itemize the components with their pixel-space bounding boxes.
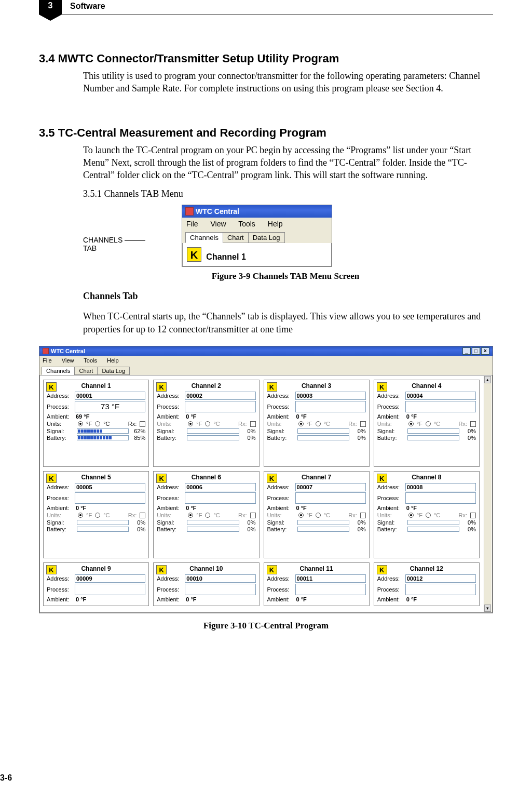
process-label: Process:: [157, 586, 185, 593]
units-label: Units:: [377, 421, 405, 427]
battery-label: Battery:: [47, 526, 75, 532]
ambient-value: 0 °F: [296, 596, 307, 602]
rx-checkbox[interactable]: [470, 513, 476, 518]
rx-label: Rx:: [238, 512, 247, 518]
process-label: Process:: [157, 495, 185, 501]
battery-label: Battery:: [267, 435, 295, 441]
channel-card: KChannel 9Address:00009Process:Ambient:0…: [43, 562, 149, 606]
tab-chart[interactable]: Chart: [223, 232, 249, 243]
units-label: Units:: [157, 421, 185, 427]
tab-channels[interactable]: Channels: [185, 232, 223, 243]
rx-checkbox[interactable]: [360, 421, 366, 427]
maximize-button[interactable]: □: [472, 347, 480, 355]
rx-checkbox[interactable]: [360, 513, 366, 518]
address-value: 00002: [185, 392, 255, 400]
radio-degf[interactable]: [188, 513, 193, 518]
degf-label: °F: [86, 512, 92, 518]
tab-chart[interactable]: Chart: [74, 367, 98, 375]
channels-tab-callout: CHANNELS TAB: [83, 236, 151, 252]
chapter-number-tab: 3: [39, 0, 62, 15]
channel-name: Channel 2: [192, 382, 221, 390]
signal-bar: [77, 520, 129, 525]
channel-card: KChannel 8Address:00008Process:Ambient:0…: [374, 471, 480, 558]
thermocouple-type-icon: K: [46, 565, 57, 574]
radio-degf[interactable]: [78, 421, 83, 426]
process-label: Process:: [157, 404, 185, 410]
channels-grid: ▴ ▾ KChannel 1Address:00001Process:73 °F…: [39, 375, 493, 613]
battery-pct: 0%: [241, 435, 256, 441]
channel-card: KChannel 1Address:00001Process:73 °FAmbi…: [43, 380, 149, 467]
scroll-down-icon[interactable]: ▾: [484, 605, 491, 612]
address-value: 00012: [405, 574, 476, 583]
menu-view[interactable]: View: [62, 357, 74, 364]
radio-degc[interactable]: [426, 421, 431, 426]
radio-degf[interactable]: [298, 513, 304, 518]
signal-label: Signal:: [157, 519, 185, 526]
signal-bar: [187, 428, 239, 434]
radio-degc[interactable]: [95, 513, 100, 518]
address-value: 00010: [185, 574, 255, 583]
minimize-button[interactable]: _: [462, 347, 471, 355]
page-number: 3-6: [0, 773, 12, 783]
radio-degf[interactable]: [78, 513, 83, 518]
menu-tools[interactable]: Tools: [238, 220, 255, 228]
process-label: Process:: [47, 404, 75, 410]
degc-label: °C: [434, 421, 440, 427]
ambient-value: 0 °F: [406, 505, 417, 511]
radio-degc[interactable]: [205, 513, 210, 518]
menu-help[interactable]: Help: [107, 357, 119, 364]
channel-name: Channel 7: [302, 474, 331, 481]
radio-degc[interactable]: [95, 421, 100, 426]
signal-pct: 0%: [461, 519, 476, 526]
close-button[interactable]: ×: [481, 347, 489, 355]
scroll-up-icon[interactable]: ▴: [484, 376, 491, 383]
ambient-label: Ambient:: [157, 505, 185, 511]
units-label: Units:: [157, 512, 185, 518]
scrollbar[interactable]: ▴ ▾: [484, 376, 492, 612]
rx-checkbox[interactable]: [250, 421, 256, 427]
menu-file[interactable]: File: [186, 220, 198, 228]
radio-degf[interactable]: [188, 421, 193, 426]
radio-degc[interactable]: [426, 513, 431, 518]
titlebar: WTC Central _ □ ×: [39, 346, 493, 356]
address-value: 00003: [295, 392, 366, 400]
tab-channels[interactable]: Channels: [42, 367, 75, 375]
radio-degc[interactable]: [205, 421, 210, 426]
radio-degc[interactable]: [316, 421, 321, 426]
channel-name: Channel 3: [302, 382, 331, 390]
app-icon: [185, 207, 194, 216]
thermocouple-type-icon: K: [156, 474, 167, 483]
radio-degf[interactable]: [408, 513, 414, 518]
address-value: 00008: [405, 483, 476, 491]
rx-checkbox[interactable]: [140, 421, 145, 427]
tab-datalog[interactable]: Data Log: [97, 367, 130, 375]
radio-degf[interactable]: [298, 421, 304, 426]
rx-checkbox[interactable]: [140, 513, 145, 518]
tab-datalog[interactable]: Data Log: [248, 232, 285, 243]
radio-degf[interactable]: [408, 421, 414, 426]
menu-file[interactable]: File: [43, 357, 52, 364]
address-label: Address:: [157, 575, 185, 582]
signal-bar: [187, 520, 239, 525]
address-label: Address:: [47, 393, 75, 399]
ambient-label: Ambient:: [47, 596, 75, 602]
section-3-5-heading: 3.5 TC-Central Measurement and Recording…: [39, 126, 493, 140]
address-label: Address:: [267, 393, 295, 399]
process-value: [295, 584, 366, 595]
signal-label: Signal:: [267, 519, 295, 526]
menu-tools[interactable]: Tools: [84, 357, 97, 364]
signal-pct: 62%: [131, 428, 145, 434]
signal-pct: 0%: [131, 519, 145, 526]
menu-view[interactable]: View: [210, 220, 226, 228]
rx-checkbox[interactable]: [250, 513, 256, 518]
battery-label: Battery:: [47, 435, 75, 441]
rx-checkbox[interactable]: [470, 421, 476, 427]
menubar: File View Tools Help: [39, 356, 493, 365]
ambient-label: Ambient:: [377, 413, 405, 420]
rx-label: Rx:: [459, 512, 468, 518]
tabstrip: ChannelsChartData Log: [182, 230, 332, 243]
radio-degc[interactable]: [316, 513, 321, 518]
app-icon: [43, 348, 49, 354]
menu-help[interactable]: Help: [268, 220, 283, 228]
degf-label: °F: [86, 421, 92, 427]
